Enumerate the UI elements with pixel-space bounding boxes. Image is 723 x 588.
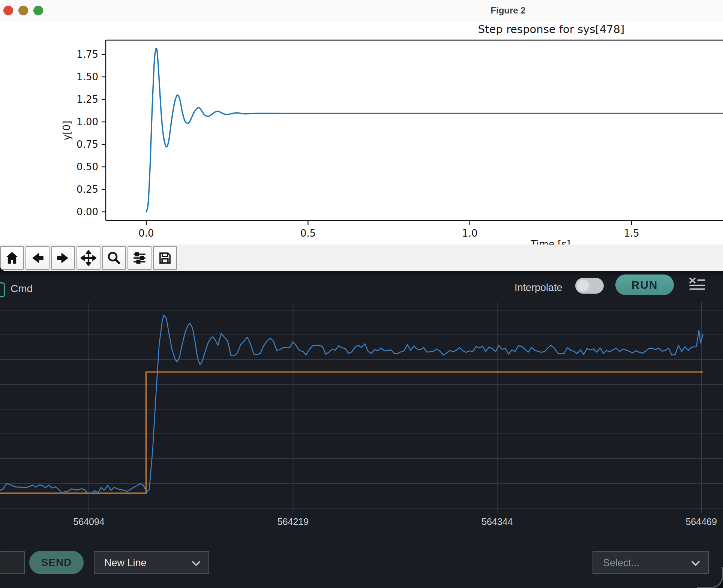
clear-list-icon[interactable] [688,278,705,290]
port-select-placeholder: Select... [603,557,640,569]
macos-titlebar: Figure 2 [0,0,723,23]
interpolate-toggle[interactable] [575,278,604,294]
console-footer: SEND New Line Select... [0,551,723,574]
svg-text:1.25: 1.25 [76,94,98,105]
svg-text:y[0]: y[0] [61,121,72,140]
close-window-button[interactable] [3,6,13,15]
home-icon [4,250,20,266]
cmd-checkbox[interactable] [0,282,5,297]
telemetry-chart[interactable]: 564094564219564344564469 [0,271,723,588]
subplot-sliders-icon [132,250,147,266]
interpolate-label: Interpolate [514,282,562,294]
svg-text:0.00: 0.00 [76,206,98,218]
zoom-window-button[interactable] [33,6,43,15]
svg-text:0.25: 0.25 [76,184,98,195]
svg-text:564219: 564219 [278,516,309,527]
svg-text:564344: 564344 [482,516,513,527]
telemetry-console: 564094564219564344564469 Cmd Interpolate… [0,271,723,588]
step-response-plot-canvas[interactable]: Step response for sys[478] 0.000.250.500… [0,22,723,244]
svg-text:0.0: 0.0 [138,228,154,239]
toolbar-button-pan-move[interactable] [76,246,100,270]
toolbar-button-home[interactable] [0,246,24,270]
send-button[interactable]: SEND [29,551,84,574]
pan-move-icon [81,250,96,266]
cmd-label: Cmd [10,283,33,295]
svg-text:564094: 564094 [73,516,105,527]
chevron-down-icon [192,561,200,566]
forward-arrow-icon [55,250,71,266]
toggle-knob [577,279,590,292]
console-header: Cmd Interpolate RUN [0,271,723,302]
svg-text:1.50: 1.50 [76,71,98,82]
toolbar-button-forward-arrow[interactable] [51,246,75,270]
svg-text:564469: 564469 [686,516,717,527]
svg-text:1.5: 1.5 [624,228,639,239]
svg-text:0.5: 0.5 [300,228,316,239]
screen: Figure 2 Step response for sys[478] 0.00… [0,0,723,588]
window-title: Figure 2 [490,5,525,16]
port-select[interactable]: Select... [592,551,709,574]
save-floppy-icon [157,250,173,266]
command-input[interactable] [0,551,25,574]
svg-text:0.50: 0.50 [76,161,98,172]
toolbar-button-save-floppy[interactable] [153,246,177,270]
zoom-magnifier-icon [106,250,122,266]
line-ending-select[interactable]: New Line [94,551,209,574]
minimize-window-button[interactable] [18,6,28,15]
toolbar-button-zoom-magnifier[interactable] [102,246,126,270]
toolbar-button-subplot-sliders[interactable] [128,246,152,270]
window-corner [697,567,723,588]
svg-text:Time [s]: Time [s] [530,238,570,244]
run-button[interactable]: RUN [615,274,674,295]
step-response-chart[interactable]: 0.000.250.500.751.001.251.501.750.00.51.… [0,22,723,244]
matplotlib-figure-window: Figure 2 Step response for sys[478] 0.00… [0,0,723,271]
line-ending-value: New Line [104,557,147,569]
svg-text:0.75: 0.75 [76,139,98,150]
svg-text:1.75: 1.75 [76,49,98,60]
matplotlib-toolbar [0,244,723,271]
chevron-down-icon [692,561,700,566]
svg-text:1.0: 1.0 [462,228,477,239]
toolbar-button-back-arrow[interactable] [26,246,50,270]
back-arrow-icon [30,250,45,266]
svg-text:1.00: 1.00 [76,116,98,128]
